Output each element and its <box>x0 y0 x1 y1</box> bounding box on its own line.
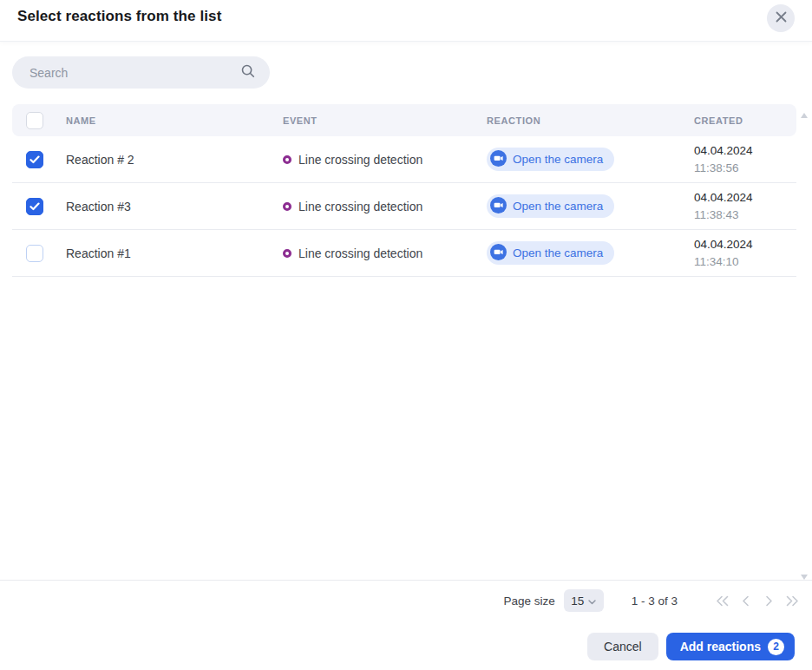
pagination-range: 1 - 3 of 3 <box>632 594 678 608</box>
prev-page-button[interactable] <box>737 593 753 608</box>
reaction-chip-label: Open the camera <box>513 153 603 166</box>
reaction-name: Reaction #3 <box>66 200 283 213</box>
next-page-button[interactable] <box>761 593 776 608</box>
created-time: 11:38:43 <box>694 207 796 224</box>
event-circle-icon <box>283 202 291 211</box>
reaction-chip[interactable]: Open the camera <box>487 194 614 218</box>
search-icon[interactable] <box>240 63 256 82</box>
event-label: Line crossing detection <box>298 200 422 213</box>
row-checkbox[interactable] <box>26 198 43 215</box>
last-page-button[interactable] <box>784 593 800 608</box>
column-header-created[interactable]: CREATED <box>694 115 796 126</box>
column-header-event[interactable]: EVENT <box>283 115 487 126</box>
camera-icon <box>490 244 507 263</box>
reaction-name: Reaction # 2 <box>66 153 283 167</box>
reaction-chip[interactable]: Open the camera <box>487 148 614 171</box>
add-reactions-button[interactable]: Add reactions 2 <box>666 633 795 660</box>
camera-icon <box>490 197 507 216</box>
event-circle-icon <box>283 155 291 164</box>
reaction-name: Reaction #1 <box>66 246 283 260</box>
table-row[interactable]: Reaction #3 Line crossing detection Open… <box>12 183 796 230</box>
chevron-down-icon <box>588 594 596 608</box>
created-date: 04.04.2024 <box>694 236 796 253</box>
select-reactions-modal: Select reactions from the list NAME EVEN… <box>0 0 812 670</box>
created-date: 04.04.2024 <box>694 142 796 160</box>
table-row[interactable]: Reaction # 2 Line crossing detection Ope… <box>12 136 796 183</box>
row-checkbox[interactable] <box>26 151 43 168</box>
select-all-checkbox[interactable] <box>26 112 43 129</box>
table-row[interactable]: Reaction #1 Line crossing detection Open… <box>12 230 796 277</box>
created-date: 04.04.2024 <box>694 189 796 207</box>
pagination-divider <box>0 580 812 581</box>
page-title: Select reactions from the list <box>17 8 221 25</box>
created-time: 11:38:56 <box>694 160 796 177</box>
table-header: NAME EVENT REACTION CREATED <box>12 104 796 136</box>
scroll-up-icon[interactable] <box>801 106 808 122</box>
column-header-reaction[interactable]: REACTION <box>487 115 694 126</box>
first-page-button[interactable] <box>714 593 730 608</box>
modal-header: Select reactions from the list <box>0 0 812 42</box>
pagination-bar: Page size 15 1 - 3 of 3 <box>503 588 800 613</box>
column-header-name[interactable]: NAME <box>66 115 283 126</box>
selected-count-badge: 2 <box>768 639 784 655</box>
reaction-chip[interactable]: Open the camera <box>487 241 614 265</box>
page-size-value: 15 <box>571 594 584 608</box>
page-size-label: Page size <box>503 594 554 608</box>
add-reactions-label: Add reactions <box>680 640 761 654</box>
cancel-button[interactable]: Cancel <box>587 633 658 660</box>
reaction-chip-label: Open the camera <box>513 200 603 213</box>
row-checkbox[interactable] <box>26 245 43 262</box>
page-size-select[interactable]: 15 <box>564 589 604 612</box>
scroll-down-icon[interactable] <box>801 568 808 583</box>
footer-actions: Cancel Add reactions 2 <box>587 633 795 660</box>
reaction-chip-label: Open the camera <box>513 246 603 259</box>
created-time: 11:34:10 <box>694 253 796 271</box>
close-button[interactable] <box>767 4 795 32</box>
close-icon <box>776 11 787 25</box>
event-label: Line crossing detection <box>298 246 422 260</box>
camera-icon <box>490 150 507 169</box>
event-circle-icon <box>283 249 291 258</box>
event-label: Line crossing detection <box>298 153 422 167</box>
search-box <box>12 56 270 89</box>
search-input[interactable] <box>29 66 240 80</box>
